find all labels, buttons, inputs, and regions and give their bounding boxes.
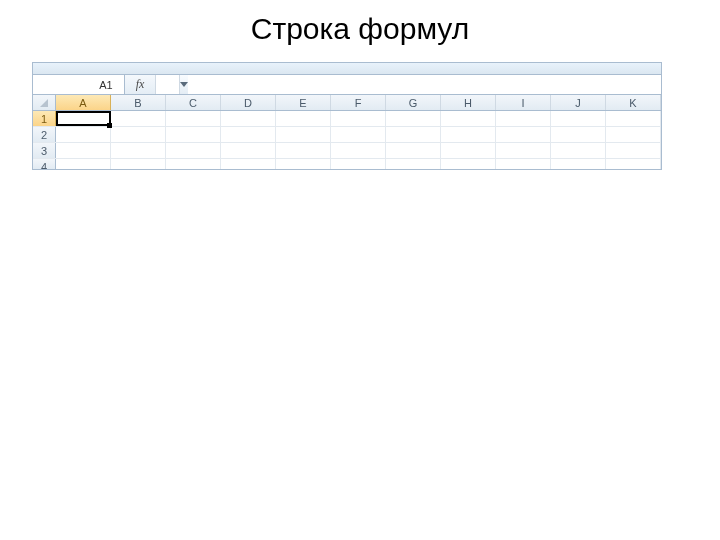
cell-J2[interactable] [551,127,606,142]
row-header-4[interactable]: 4 [33,159,56,169]
cell-A1[interactable] [56,111,111,126]
cell-C4[interactable] [166,159,221,169]
col-header-E[interactable]: E [276,95,331,110]
cell-D1[interactable] [221,111,276,126]
ribbon-strip [33,63,661,75]
cell-K3[interactable] [606,143,661,158]
cell-G3[interactable] [386,143,441,158]
cell-E2[interactable] [276,127,331,142]
col-header-I[interactable]: I [496,95,551,110]
formula-bar: fx [33,75,661,95]
cell-J4[interactable] [551,159,606,169]
cell-K1[interactable] [606,111,661,126]
cell-F1[interactable] [331,111,386,126]
row-header-3[interactable]: 3 [33,143,56,158]
cell-I3[interactable] [496,143,551,158]
cell-D2[interactable] [221,127,276,142]
col-header-D[interactable]: D [221,95,276,110]
col-header-C[interactable]: C [166,95,221,110]
cell-C1[interactable] [166,111,221,126]
cell-A3[interactable] [56,143,111,158]
cell-B1[interactable] [111,111,166,126]
cell-D3[interactable] [221,143,276,158]
cell-I4[interactable] [496,159,551,169]
grid: A B C D E F G H I J K 1 [33,95,661,169]
cell-F3[interactable] [331,143,386,158]
row-3: 3 [33,143,661,159]
col-header-B[interactable]: B [111,95,166,110]
cell-D4[interactable] [221,159,276,169]
cell-G2[interactable] [386,127,441,142]
cell-B3[interactable] [111,143,166,158]
cell-H3[interactable] [441,143,496,158]
cell-E3[interactable] [276,143,331,158]
cell-C2[interactable] [166,127,221,142]
cell-J1[interactable] [551,111,606,126]
cell-H1[interactable] [441,111,496,126]
cell-E1[interactable] [276,111,331,126]
cell-A2[interactable] [56,127,111,142]
cell-H4[interactable] [441,159,496,169]
col-header-F[interactable]: F [331,95,386,110]
cell-B4[interactable] [111,159,166,169]
formula-input[interactable] [156,75,661,94]
col-header-G[interactable]: G [386,95,441,110]
cell-F4[interactable] [331,159,386,169]
cell-J3[interactable] [551,143,606,158]
row-4: 4 [33,159,661,169]
cell-K2[interactable] [606,127,661,142]
name-box-input[interactable] [33,79,179,91]
cell-G4[interactable] [386,159,441,169]
row-2: 2 [33,127,661,143]
col-header-A[interactable]: A [56,95,111,110]
cell-H2[interactable] [441,127,496,142]
col-header-K[interactable]: K [606,95,661,110]
col-header-J[interactable]: J [551,95,606,110]
cell-F2[interactable] [331,127,386,142]
cell-A4[interactable] [56,159,111,169]
select-all-corner[interactable] [33,95,56,110]
row-1: 1 [33,111,661,127]
row-header-1[interactable]: 1 [33,111,56,126]
name-box-dropdown-icon[interactable] [179,75,188,94]
cell-G1[interactable] [386,111,441,126]
col-header-H[interactable]: H [441,95,496,110]
spreadsheet-window: fx A B C D E F G H I J K [32,62,662,170]
slide-title: Строка формул [0,12,720,46]
cell-B2[interactable] [111,127,166,142]
cell-K4[interactable] [606,159,661,169]
name-box[interactable] [33,75,125,94]
column-headers: A B C D E F G H I J K [33,95,661,111]
cell-I2[interactable] [496,127,551,142]
cell-E4[interactable] [276,159,331,169]
cell-I1[interactable] [496,111,551,126]
row-header-2[interactable]: 2 [33,127,56,142]
cell-C3[interactable] [166,143,221,158]
